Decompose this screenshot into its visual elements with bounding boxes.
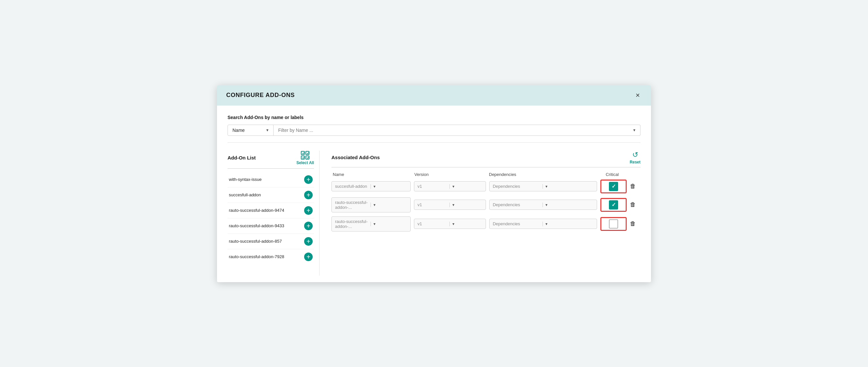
add-addon-button[interactable]: + — [304, 237, 313, 246]
associated-header: Associated Add-Ons ↺ Reset — [332, 151, 641, 164]
row-deps-col: Dependencies ▾ — [489, 200, 597, 210]
associated-title: Associated Add-Ons — [332, 155, 380, 160]
version-select[interactable]: v1 ▾ — [414, 219, 486, 229]
row-delete-col: 🗑 — [630, 183, 641, 190]
list-item: rauto-successful-addon-7928 + — [227, 249, 314, 264]
delete-row-button[interactable]: 🗑 — [630, 201, 636, 208]
search-type-select[interactable]: Name ▾ — [227, 125, 274, 136]
associated-panel: Associated Add-Ons ↺ Reset Name Version … — [329, 151, 641, 276]
version-select-value: v1 — [417, 184, 447, 189]
name-select-chevron-icon: ▾ — [371, 222, 407, 226]
addon-name: with-syntax-issue — [229, 177, 262, 182]
search-section: Search Add-Ons by name or labels Name ▾ … — [227, 115, 641, 143]
addon-list-panel: Add-On List — [227, 151, 319, 276]
select-all-icon — [301, 151, 310, 160]
version-select[interactable]: v1 ▾ — [414, 200, 486, 210]
table-row: succesfull-addon ▾ v1 ▾ Dependencies — [332, 180, 641, 193]
row-delete-col: 🗑 — [630, 220, 641, 227]
row-name-col: succesfull-addon ▾ — [332, 181, 411, 191]
col-header-name: Name — [333, 172, 411, 177]
row-version-col: v1 ▾ — [414, 200, 486, 210]
close-button[interactable]: × — [633, 91, 642, 100]
delete-row-button[interactable]: 🗑 — [630, 183, 636, 190]
select-all-label: Select All — [296, 160, 314, 165]
version-select-chevron-icon: ▾ — [450, 184, 482, 189]
row-delete-col: 🗑 — [630, 201, 641, 208]
row-version-col: v1 ▾ — [414, 219, 486, 229]
list-item: with-syntax-issue + — [227, 172, 314, 187]
add-addon-button[interactable]: + — [304, 252, 313, 261]
deps-select-value: Dependencies — [493, 202, 541, 207]
deps-select[interactable]: Dependencies ▾ — [489, 181, 597, 191]
col-header-dependencies: Dependencies — [489, 172, 596, 177]
addon-name: succesfull-addon — [229, 192, 261, 197]
name-select-value: rauto-successful-addon-... — [335, 219, 369, 229]
deps-select-value: Dependencies — [493, 184, 541, 189]
configure-addons-modal: CONFIGURE ADD-ONS × Search Add-Ons by na… — [217, 85, 651, 282]
name-select-chevron-icon: ▾ — [371, 203, 407, 207]
critical-checkbox[interactable] — [609, 200, 618, 210]
deps-select[interactable]: Dependencies ▾ — [489, 200, 597, 210]
critical-checkbox[interactable] — [609, 182, 618, 191]
search-row: Name ▾ ▾ — [227, 125, 641, 136]
name-select[interactable]: succesfull-addon ▾ — [332, 181, 411, 191]
modal-body: Search Add-Ons by name or labels Name ▾ … — [217, 105, 651, 282]
row-critical-col — [600, 217, 627, 231]
delete-row-button[interactable]: 🗑 — [630, 220, 636, 227]
search-input-wrapper: ▾ — [274, 125, 641, 136]
addon-list-title: Add-On List — [227, 155, 256, 160]
list-item: rauto-successful-addon-9433 + — [227, 218, 314, 234]
modal-header: CONFIGURE ADD-ONS × — [217, 85, 651, 105]
version-select[interactable]: v1 ▾ — [414, 181, 486, 191]
row-name-col: rauto-successful-addon-... ▾ — [332, 197, 411, 212]
version-select-chevron-icon: ▾ — [450, 222, 482, 226]
add-addon-button[interactable]: + — [304, 191, 313, 199]
reset-icon: ↺ — [632, 151, 638, 159]
add-addon-button[interactable]: + — [304, 206, 313, 215]
addon-list-header: Add-On List — [227, 151, 314, 165]
name-select[interactable]: rauto-successful-addon-... ▾ — [332, 197, 411, 212]
add-addon-button[interactable]: + — [304, 222, 313, 230]
deps-select-chevron-icon: ▾ — [542, 222, 593, 226]
addon-name: rauto-successful-addon-9433 — [229, 223, 284, 228]
name-select-value: succesfull-addon — [335, 184, 369, 189]
search-label: Search Add-Ons by name or labels — [227, 115, 641, 120]
row-critical-col — [600, 198, 627, 212]
addon-list-items: with-syntax-issue + succesfull-addon + r… — [227, 172, 314, 264]
reset-label: Reset — [630, 160, 641, 164]
search-input-chevron-icon: ▾ — [633, 128, 636, 132]
addon-name: rauto-successful-addon-9474 — [229, 208, 284, 213]
modal-title: CONFIGURE ADD-ONS — [226, 92, 295, 99]
row-critical-col — [600, 180, 627, 193]
search-type-chevron-icon: ▾ — [266, 128, 269, 132]
table-headers: Name Version Dependencies Critical — [332, 172, 641, 177]
row-deps-col: Dependencies ▾ — [489, 219, 597, 229]
list-item: succesfull-addon + — [227, 187, 314, 203]
search-type-value: Name — [232, 128, 245, 133]
search-input[interactable] — [278, 128, 633, 133]
deps-select-chevron-icon: ▾ — [542, 184, 593, 189]
version-select-chevron-icon: ▾ — [450, 203, 482, 207]
name-select[interactable]: rauto-successful-addon-... ▾ — [332, 216, 411, 232]
associated-divider — [332, 167, 641, 167]
col-header-critical: Critical — [599, 172, 625, 177]
version-select-value: v1 — [417, 202, 447, 207]
version-select-value: v1 — [417, 221, 447, 226]
row-version-col: v1 ▾ — [414, 181, 486, 191]
table-row: rauto-successful-addon-... ▾ v1 ▾ Depend… — [332, 216, 641, 232]
deps-select[interactable]: Dependencies ▾ — [489, 219, 597, 229]
name-select-chevron-icon: ▾ — [371, 184, 407, 189]
table-row: rauto-successful-addon-... ▾ v1 ▾ Depend… — [332, 197, 641, 212]
addon-name: rauto-successful-addon-857 — [229, 239, 282, 244]
critical-checkbox[interactable] — [609, 219, 618, 228]
select-all-button[interactable]: Select All — [296, 151, 314, 165]
reset-button[interactable]: ↺ Reset — [630, 151, 641, 164]
deps-select-value: Dependencies — [493, 221, 541, 226]
add-addon-button[interactable]: + — [304, 175, 313, 184]
row-name-col: rauto-successful-addon-... ▾ — [332, 216, 411, 232]
content-area: Add-On List — [227, 151, 641, 276]
name-select-value: rauto-successful-addon-... — [335, 200, 369, 210]
row-deps-col: Dependencies ▾ — [489, 181, 597, 191]
col-header-version: Version — [414, 172, 486, 177]
addon-name: rauto-successful-addon-7928 — [229, 254, 284, 259]
